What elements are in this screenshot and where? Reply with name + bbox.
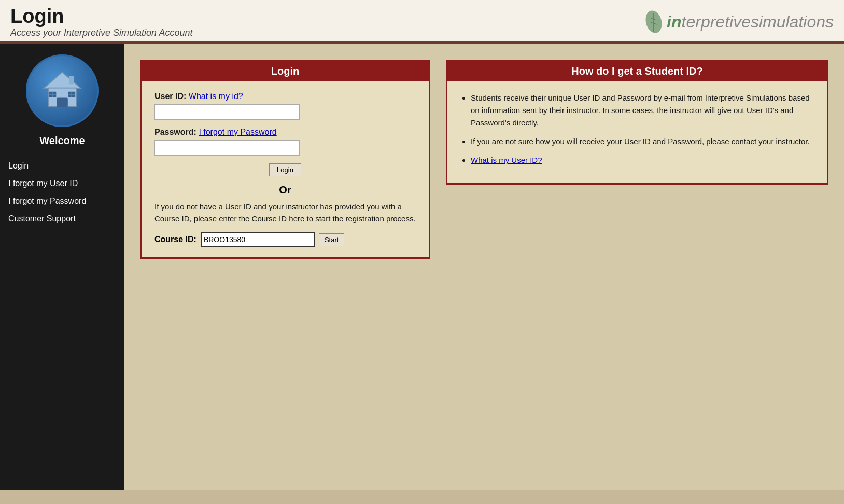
password-label: Password: I forgot my Password <box>154 128 416 137</box>
logo-in-prefix: in <box>667 12 681 31</box>
info-item-3: What is my User ID? <box>471 154 814 166</box>
login-button[interactable]: Login <box>269 163 301 176</box>
info-list: Students receive their unique User ID an… <box>460 92 814 166</box>
content-area: Login User ID: What is my id? Password: … <box>124 44 844 490</box>
course-id-row: Course ID: Start <box>154 232 416 247</box>
logo-leaf-icon <box>643 9 664 35</box>
sidebar-item-customer-support[interactable]: Customer Support <box>0 210 124 228</box>
start-button[interactable]: Start <box>319 233 344 246</box>
password-input[interactable] <box>154 140 300 156</box>
info-item-1: Students receive their unique User ID an… <box>471 92 814 129</box>
sidebar-item-forgot-userid[interactable]: I forgot my User ID <box>0 175 124 192</box>
user-id-input[interactable] <box>154 104 300 120</box>
sidebar: Welcome Login I forgot my User ID I forg… <box>0 44 124 490</box>
or-description: If you do not have a User ID and your in… <box>154 201 416 225</box>
main-container: Welcome Login I forgot my User ID I forg… <box>0 44 844 490</box>
home-icon-circle <box>26 54 99 127</box>
forgot-password-link[interactable]: I forgot my Password <box>199 128 276 136</box>
svg-marker-4 <box>44 72 81 89</box>
info-box: How do I get a Student ID? Students rece… <box>446 60 828 185</box>
sidebar-item-forgot-password[interactable]: I forgot my Password <box>0 192 124 210</box>
logo-text: interpretivesimulations <box>667 12 834 32</box>
info-box-body: Students receive their unique User ID an… <box>447 81 827 183</box>
course-id-input[interactable] <box>201 232 315 247</box>
login-box: Login User ID: What is my id? Password: … <box>140 60 430 259</box>
svg-rect-13 <box>69 76 74 84</box>
home-icon <box>39 67 86 114</box>
what-is-my-id-link[interactable]: What is my id? <box>189 92 243 101</box>
logo-area: interpretivesimulations <box>643 9 834 35</box>
or-text: Or <box>154 184 416 196</box>
logo-main-text: terpretivesimulations <box>682 12 834 31</box>
what-is-my-userid-link[interactable]: What is my User ID? <box>471 156 542 164</box>
sidebar-welcome: Welcome <box>39 135 85 147</box>
svg-rect-6 <box>57 98 68 107</box>
login-box-body: User ID: What is my id? Password: I forg… <box>142 81 429 257</box>
header-title-block: Login Access your Interpretive Simulatio… <box>10 5 193 38</box>
course-id-label: Course ID: <box>154 235 196 244</box>
page-header: Login Access your Interpretive Simulatio… <box>0 0 844 44</box>
login-box-header: Login <box>142 61 429 81</box>
user-id-label: User ID: What is my id? <box>154 92 416 101</box>
info-box-header: How do I get a Student ID? <box>447 61 827 81</box>
sidebar-nav: Login I forgot my User ID I forgot my Pa… <box>0 157 124 228</box>
page-subtitle: Access your Interpretive Simulation Acco… <box>10 27 193 38</box>
info-item-2: If you are not sure how you will receive… <box>471 135 814 148</box>
page-title: Login <box>10 5 193 27</box>
sidebar-item-login[interactable]: Login <box>0 157 124 175</box>
